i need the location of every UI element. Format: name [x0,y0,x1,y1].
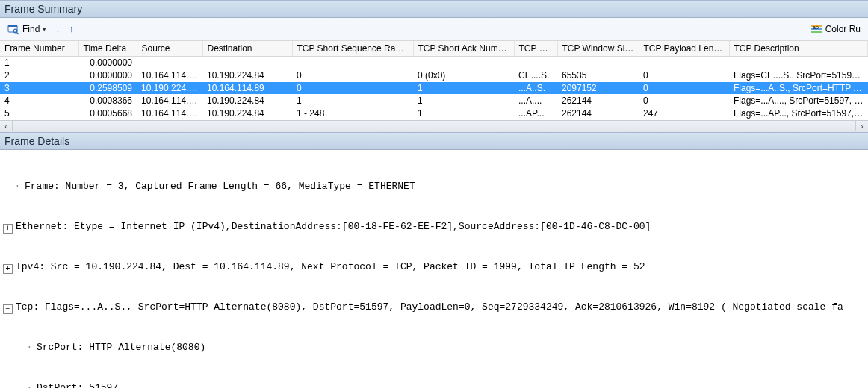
tree-expand-icon[interactable]: + [3,264,13,274]
svg-rect-1 [8,25,17,27]
cell-payload[interactable]: 0 [639,69,729,82]
cell-time-delta[interactable]: 0.0000000 [78,57,137,69]
table-row[interactable]: 30.259850910.190.224.8410.164.114.8901..… [0,82,868,95]
cell-ack[interactable]: 1 [413,95,514,107]
cell-seq-range[interactable] [292,57,413,69]
col-time-delta[interactable]: Time Delta [78,41,137,57]
cell-flags[interactable] [514,57,557,69]
cell-ack[interactable]: 0 (0x0) [413,69,514,82]
detail-ethernet[interactable]: Ethernet: Etype = Internet IP (IPv4),Des… [16,220,651,234]
cell-seq-range[interactable]: 0 [292,69,413,82]
cell-seq-range[interactable]: 1 [292,95,413,107]
frame-summary-table[interactable]: Frame Number Time Delta Source Destinati… [0,41,868,120]
table-row[interactable]: 40.000836610.164.114.8910.190.224.8411..… [0,95,868,107]
col-ack[interactable]: TCP Short Ack Number [413,41,514,57]
cell-ack[interactable] [413,57,514,69]
col-flags[interactable]: TCP Fl... [514,41,557,57]
cell-win[interactable]: 262144 [557,95,639,107]
find-label: Find [22,24,40,34]
frame-summary-header: Frame Summary [0,0,868,18]
detail-tcp[interactable]: Tcp: Flags=...A..S., SrcPort=HTTP Altern… [16,301,843,314]
frame-summary-toolbar: Find ▾ ↓ ↑ ab Color Ru [0,18,868,41]
tree-leaf-icon: · [25,341,34,354]
cell-ack[interactable]: 1 [413,107,514,120]
col-seq-range[interactable]: TCP Short Sequence Range [292,41,413,57]
cell-flags[interactable]: ...AP... [514,107,557,120]
find-prev-button[interactable]: ↑ [66,24,76,34]
cell-source[interactable] [137,57,202,69]
cell-destination[interactable]: 10.190.224.84 [202,95,292,107]
col-frame-number[interactable]: Frame Number [0,41,78,57]
scroll-right-icon[interactable]: › [855,121,868,131]
cell-flags[interactable]: ...A.... [514,95,557,107]
horizontal-scrollbar[interactable]: ‹ › [0,120,868,132]
find-button[interactable]: Find ▾ [4,22,49,37]
cell-payload[interactable]: 0 [639,95,729,107]
cell-desc[interactable] [729,57,868,69]
cell-frame-number[interactable]: 1 [0,57,78,69]
table-row[interactable]: 20.000000010.164.114.8910.190.224.8400 (… [0,69,868,82]
cell-payload[interactable] [639,57,729,69]
cell-frame-number[interactable]: 3 [0,82,78,95]
cell-time-delta[interactable]: 0.2598509 [78,82,137,95]
cell-source[interactable]: 10.164.114.89 [137,107,202,120]
cell-flags[interactable]: ...A..S. [514,82,557,95]
cell-seq-range[interactable]: 1 - 248 [292,107,413,120]
color-rules-label: Color Ru [825,24,861,34]
table-row[interactable]: 10.0000000 [0,57,868,69]
svg-text:ab: ab [813,25,819,30]
table-row[interactable]: 50.000566810.164.114.8910.190.224.841 - … [0,107,868,120]
scroll-left-icon[interactable]: ‹ [0,121,13,131]
cell-frame-number[interactable]: 2 [0,69,78,82]
detail-frame[interactable]: Frame: Number = 3, Captured Frame Length… [25,180,415,193]
cell-time-delta[interactable]: 0.0005668 [78,107,137,120]
color-rules-button[interactable]: ab Color Ru [807,22,864,37]
svg-line-3 [16,32,19,34]
cell-source[interactable]: 10.164.114.89 [137,95,202,107]
cell-source[interactable]: 10.190.224.84 [137,82,202,95]
find-next-button[interactable]: ↓ [52,24,63,34]
col-destination[interactable]: Destination [202,41,292,57]
cell-frame-number[interactable]: 5 [0,107,78,120]
cell-destination[interactable] [202,57,292,69]
cell-destination[interactable]: 10.164.114.89 [202,82,292,95]
frame-summary-title: Frame Summary [4,3,82,15]
cell-seq-range[interactable]: 0 [292,82,413,95]
cell-desc[interactable]: Flags=CE....S., SrcPort=51597, DstPort=H… [729,69,868,82]
frame-details-tree[interactable]: ·Frame: Number = 3, Captured Frame Lengt… [0,150,868,388]
frame-details-title: Frame Details [4,135,69,147]
detail-dstport[interactable]: DstPort: 51597 [37,381,118,388]
cell-desc[interactable]: Flags=...A..S., SrcPort=HTTP Alternate(8… [729,82,868,95]
cell-ack[interactable]: 1 [413,82,514,95]
cell-win[interactable]: 2097152 [557,82,639,95]
detail-ipv4[interactable]: Ipv4: Src = 10.190.224.84, Dest = 10.164… [16,260,645,274]
cell-flags[interactable]: CE....S. [514,69,557,82]
cell-desc[interactable]: Flags=...A...., SrcPort=51597, DstPort=H… [729,95,868,107]
col-win[interactable]: TCP Window Size [557,41,639,57]
detail-srcport[interactable]: SrcPort: HTTP Alternate(8080) [37,341,205,354]
cell-win[interactable]: 262144 [557,107,639,120]
cell-frame-number[interactable]: 4 [0,95,78,107]
dropdown-arrow-icon: ▾ [43,25,46,33]
cell-win[interactable]: 65535 [557,69,639,82]
col-source[interactable]: Source [137,41,202,57]
cell-time-delta[interactable]: 0.0000000 [78,69,137,82]
cell-payload[interactable]: 0 [639,82,729,95]
frame-details-header: Frame Details [0,132,868,150]
tree-leaf-icon: · [25,381,34,388]
cell-source[interactable]: 10.164.114.89 [137,69,202,82]
cell-desc[interactable]: Flags=...AP..., SrcPort=51597, DstPort=H… [729,107,868,120]
table-header-row[interactable]: Frame Number Time Delta Source Destinati… [0,41,868,57]
cell-win[interactable] [557,57,639,69]
svg-rect-6 [811,31,822,33]
tree-collapse-icon[interactable]: − [3,304,13,314]
cell-destination[interactable]: 10.190.224.84 [202,69,292,82]
col-payload[interactable]: TCP Payload Length [639,41,729,57]
find-icon [7,23,19,35]
cell-payload[interactable]: 247 [639,107,729,120]
cell-time-delta[interactable]: 0.0008366 [78,95,137,107]
tree-leaf-icon: · [13,180,22,193]
cell-destination[interactable]: 10.190.224.84 [202,107,292,120]
tree-expand-icon[interactable]: + [3,224,13,234]
col-desc[interactable]: TCP Description [729,41,868,57]
